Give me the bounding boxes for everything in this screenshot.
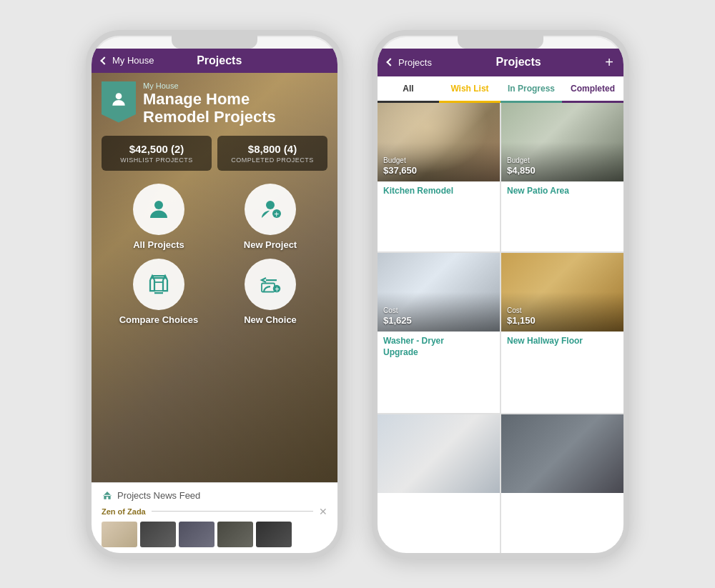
tab-wishlist[interactable]: Wish List — [439, 76, 500, 103]
thumb-2 — [140, 522, 176, 547]
kitchen-image: Budget $37,650 — [378, 103, 500, 181]
kitchen-body: Kitchen Remodel — [378, 181, 500, 201]
hero-content: My House Manage Home Remodel Projects $4… — [92, 73, 337, 326]
phone-notch-2 — [458, 36, 543, 49]
header-title-2: Projects — [496, 56, 541, 69]
new-choice-icon: + — [257, 271, 283, 297]
zen-row: Zen of Zada ✕ — [102, 506, 327, 517]
home-icon — [109, 90, 128, 109]
add-project-button[interactable]: + — [605, 54, 613, 71]
new-choice-label: New Choice — [244, 314, 297, 325]
compare-circle — [133, 259, 184, 310]
all-projects-label: All Projects — [133, 239, 184, 250]
project-card-patio[interactable]: Budget $4,850 New Patio Area — [501, 103, 623, 252]
all-projects-icon — [146, 196, 172, 222]
banner-text: My House Manage Home Remodel Projects — [143, 81, 276, 126]
svg-text:+: + — [274, 209, 279, 219]
zen-brand: Zen of Zada — [102, 507, 146, 516]
kitchen-budget-label: Budget — [383, 156, 417, 165]
washer-budget-value: $1,625 — [383, 315, 412, 327]
chevron-left-icon — [100, 56, 108, 64]
phone2-header: Projects Projects + — [378, 49, 623, 76]
back-button-1[interactable]: My House — [102, 55, 154, 66]
stat1-amount: $42,500 (2) — [110, 143, 203, 155]
new-project-label: New Project — [244, 239, 297, 250]
washer-budget-label: Cost — [383, 306, 412, 315]
project-card-hvac[interactable] — [501, 414, 623, 552]
house-icon — [102, 490, 113, 502]
thumb-3 — [179, 522, 214, 547]
phone1-header: My House Projects — [92, 49, 337, 73]
hvac-body — [501, 493, 623, 502]
hvac-img-bg — [501, 414, 623, 493]
hero-sub-title: My House — [143, 81, 276, 90]
floor-budget: Cost $1,150 — [507, 306, 536, 327]
project-card-kitchen[interactable]: Budget $37,650 Kitchen Remodel — [378, 103, 500, 252]
kitchen-budget: Budget $37,650 — [383, 156, 417, 177]
svg-rect-5 — [154, 282, 163, 291]
new-project-button[interactable]: + New Project — [220, 184, 320, 250]
banner-icon — [102, 81, 136, 123]
zen-divider — [152, 511, 313, 512]
blinds-body — [378, 493, 500, 502]
compare-icon — [146, 271, 172, 297]
phone-2: Projects Projects + All Wish List In Pro… — [372, 30, 629, 559]
back-button-2[interactable]: Projects — [388, 57, 432, 68]
new-project-circle: + — [245, 184, 296, 235]
new-choice-button[interactable]: + New Choice — [220, 259, 320, 325]
compare-choices-button[interactable]: Compare Choices — [109, 259, 209, 325]
blinds-img-bg — [378, 414, 500, 493]
washer-image: Cost $1,625 — [378, 253, 500, 332]
back-label-1: My House — [112, 55, 154, 66]
stat-wishlist: $42,500 (2) WISHLIST PROJECTS — [102, 136, 212, 171]
floor-budget-label: Cost — [507, 306, 536, 315]
blinds-image — [378, 414, 500, 493]
header-title-1: Projects — [197, 54, 242, 67]
stat2-label: COMPLETED PROJECTS — [226, 156, 319, 164]
compare-choices-label: Compare Choices — [119, 314, 199, 325]
projects-grid: Budget $37,650 Kitchen Remodel Budget $4… — [378, 103, 623, 553]
phone-1: My House Projects My House Manage Home R… — [86, 30, 343, 559]
thumb-1 — [102, 522, 137, 547]
hvac-image — [501, 414, 623, 493]
stat1-label: WISHLIST PROJECTS — [110, 156, 203, 164]
floor-body: New Hallway Floor — [501, 332, 623, 352]
project-card-floor[interactable]: Cost $1,150 New Hallway Floor — [501, 253, 623, 413]
stats-row: $42,500 (2) WISHLIST PROJECTS $8,800 (4)… — [102, 136, 327, 171]
svg-point-0 — [116, 93, 122, 99]
project-card-washer[interactable]: Cost $1,625 Washer - Dryer Upgrade — [378, 253, 500, 413]
new-choice-circle: + — [245, 259, 296, 310]
patio-name: New Patio Area — [507, 186, 618, 197]
tabs-row: All Wish List In Progress Completed — [378, 76, 623, 103]
new-project-icon: + — [257, 196, 283, 222]
washer-budget: Cost $1,625 — [383, 306, 412, 327]
tab-completed[interactable]: Completed — [562, 76, 623, 103]
patio-body: New Patio Area — [501, 181, 623, 201]
tab-all[interactable]: All — [378, 76, 439, 103]
hero-area: My House Manage Home Remodel Projects $4… — [92, 73, 337, 482]
close-icon[interactable]: ✕ — [319, 506, 327, 517]
hero-main-title: Manage Home Remodel Projects — [143, 90, 276, 126]
stat2-amount: $8,800 (4) — [226, 143, 319, 155]
washer-name: Washer - Dryer Upgrade — [383, 336, 494, 358]
stat-completed: $8,800 (4) COMPLETED PROJECTS — [217, 136, 327, 171]
project-card-blinds[interactable] — [378, 414, 500, 552]
svg-point-2 — [266, 201, 275, 209]
floor-image: Cost $1,150 — [501, 253, 623, 332]
news-feed-label: Projects News Feed — [117, 490, 200, 501]
all-projects-button[interactable]: All Projects — [109, 184, 209, 250]
patio-budget-value: $4,850 — [507, 165, 536, 177]
thumb-4 — [217, 522, 253, 547]
tab-inprogress[interactable]: In Progress — [500, 76, 562, 103]
thumb-5 — [256, 522, 292, 547]
all-projects-circle — [133, 184, 184, 235]
svg-point-1 — [154, 201, 163, 209]
patio-budget-label: Budget — [507, 156, 536, 165]
floor-name: New Hallway Floor — [507, 336, 618, 347]
chevron-left-icon-2 — [386, 58, 394, 66]
news-feed: Projects News Feed Zen of Zada ✕ — [92, 482, 337, 553]
back-label-2: Projects — [398, 57, 432, 68]
action-grid: All Projects + New Project Compare Choic… — [102, 184, 327, 325]
kitchen-name: Kitchen Remodel — [383, 186, 494, 197]
hero-banner: My House Manage Home Remodel Projects — [102, 81, 327, 126]
